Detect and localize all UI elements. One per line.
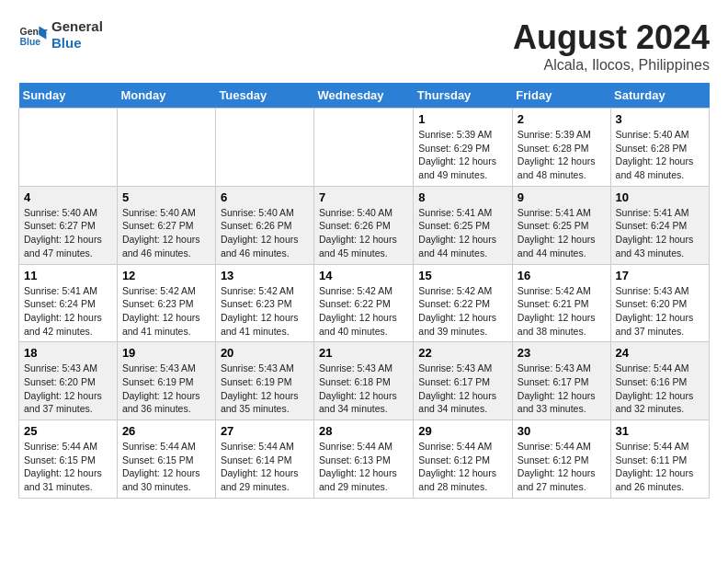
day-info: Sunrise: 5:42 AM Sunset: 6:23 PM Dayligh… xyxy=(221,285,299,337)
calendar-cell: 15Sunrise: 5:42 AM Sunset: 6:22 PM Dayli… xyxy=(414,264,513,342)
day-info: Sunrise: 5:44 AM Sunset: 6:14 PM Dayligh… xyxy=(221,441,299,492)
day-number: 12 xyxy=(122,269,210,282)
day-info: Sunrise: 5:43 AM Sunset: 6:17 PM Dayligh… xyxy=(418,362,496,414)
logo: General Blue General Blue xyxy=(18,18,103,52)
calendar-cell: 17Sunrise: 5:43 AM Sunset: 6:20 PM Dayli… xyxy=(610,264,709,342)
calendar-cell: 18Sunrise: 5:43 AM Sunset: 6:20 PM Dayli… xyxy=(19,342,118,420)
calendar-cell: 7Sunrise: 5:40 AM Sunset: 6:26 PM Daylig… xyxy=(314,186,414,264)
svg-text:Blue: Blue xyxy=(20,37,41,47)
calendar-cell: 14Sunrise: 5:42 AM Sunset: 6:22 PM Dayli… xyxy=(314,264,414,342)
calendar-cell: 11Sunrise: 5:41 AM Sunset: 6:24 PM Dayli… xyxy=(19,264,118,342)
day-number: 13 xyxy=(221,269,309,282)
day-number: 23 xyxy=(518,346,606,360)
day-info: Sunrise: 5:43 AM Sunset: 6:17 PM Dayligh… xyxy=(518,362,596,414)
calendar-cell: 25Sunrise: 5:44 AM Sunset: 6:15 PM Dayli… xyxy=(19,420,118,499)
day-info: Sunrise: 5:40 AM Sunset: 6:26 PM Dayligh… xyxy=(319,207,397,259)
calendar-cell xyxy=(117,109,215,187)
day-info: Sunrise: 5:42 AM Sunset: 6:21 PM Dayligh… xyxy=(518,285,596,337)
day-info: Sunrise: 5:41 AM Sunset: 6:25 PM Dayligh… xyxy=(418,207,496,259)
day-info: Sunrise: 5:44 AM Sunset: 6:15 PM Dayligh… xyxy=(122,441,200,492)
day-number: 14 xyxy=(319,269,408,282)
weekday-header-row: SundayMondayTuesdayWednesdayThursdayFrid… xyxy=(19,83,710,109)
calendar-cell: 26Sunrise: 5:44 AM Sunset: 6:15 PM Dayli… xyxy=(117,420,215,499)
week-row-2: 4Sunrise: 5:40 AM Sunset: 6:27 PM Daylig… xyxy=(19,186,710,264)
logo-icon: General Blue xyxy=(18,20,48,50)
day-info: Sunrise: 5:41 AM Sunset: 6:25 PM Dayligh… xyxy=(518,207,596,259)
main-title: August 2024 xyxy=(513,18,710,57)
day-info: Sunrise: 5:44 AM Sunset: 6:15 PM Dayligh… xyxy=(24,441,102,492)
calendar-cell xyxy=(314,109,414,187)
calendar-cell: 21Sunrise: 5:43 AM Sunset: 6:18 PM Dayli… xyxy=(314,342,414,420)
day-number: 2 xyxy=(518,112,606,126)
day-number: 19 xyxy=(122,346,210,360)
calendar-cell: 16Sunrise: 5:42 AM Sunset: 6:21 PM Dayli… xyxy=(512,264,610,342)
day-number: 5 xyxy=(122,190,210,204)
day-info: Sunrise: 5:40 AM Sunset: 6:27 PM Dayligh… xyxy=(122,207,200,259)
day-number: 10 xyxy=(616,190,704,204)
calendar-cell xyxy=(215,109,313,187)
calendar-cell: 6Sunrise: 5:40 AM Sunset: 6:26 PM Daylig… xyxy=(215,186,313,264)
day-info: Sunrise: 5:40 AM Sunset: 6:26 PM Dayligh… xyxy=(221,207,299,259)
sub-title: Alcala, Ilocos, Philippines xyxy=(513,57,710,74)
day-info: Sunrise: 5:44 AM Sunset: 6:13 PM Dayligh… xyxy=(319,441,397,492)
calendar-cell: 8Sunrise: 5:41 AM Sunset: 6:25 PM Daylig… xyxy=(414,186,513,264)
day-number: 9 xyxy=(518,190,606,204)
calendar-cell: 24Sunrise: 5:44 AM Sunset: 6:16 PM Dayli… xyxy=(610,342,709,420)
logo-blue-text: Blue xyxy=(51,35,103,52)
day-info: Sunrise: 5:44 AM Sunset: 6:16 PM Dayligh… xyxy=(616,362,694,414)
week-row-1: 1Sunrise: 5:39 AM Sunset: 6:29 PM Daylig… xyxy=(19,109,710,187)
header: General Blue General Blue August 2024 Al… xyxy=(18,18,710,74)
calendar-cell: 13Sunrise: 5:42 AM Sunset: 6:23 PM Dayli… xyxy=(215,264,313,342)
calendar-cell: 30Sunrise: 5:44 AM Sunset: 6:12 PM Dayli… xyxy=(512,420,610,499)
calendar-cell: 23Sunrise: 5:43 AM Sunset: 6:17 PM Dayli… xyxy=(512,342,610,420)
weekday-header-thursday: Thursday xyxy=(414,83,513,109)
calendar-cell: 19Sunrise: 5:43 AM Sunset: 6:19 PM Dayli… xyxy=(117,342,215,420)
calendar-cell: 2Sunrise: 5:39 AM Sunset: 6:28 PM Daylig… xyxy=(512,109,610,187)
day-number: 26 xyxy=(122,424,210,438)
calendar-cell: 10Sunrise: 5:41 AM Sunset: 6:24 PM Dayli… xyxy=(610,186,709,264)
day-info: Sunrise: 5:42 AM Sunset: 6:23 PM Dayligh… xyxy=(122,285,200,337)
day-info: Sunrise: 5:40 AM Sunset: 6:27 PM Dayligh… xyxy=(24,207,102,259)
calendar-cell: 3Sunrise: 5:40 AM Sunset: 6:28 PM Daylig… xyxy=(610,109,709,187)
day-number: 21 xyxy=(319,346,408,360)
calendar-cell: 20Sunrise: 5:43 AM Sunset: 6:19 PM Dayli… xyxy=(215,342,313,420)
day-info: Sunrise: 5:43 AM Sunset: 6:19 PM Dayligh… xyxy=(221,362,299,414)
calendar-cell: 27Sunrise: 5:44 AM Sunset: 6:14 PM Dayli… xyxy=(215,420,313,499)
calendar-cell: 1Sunrise: 5:39 AM Sunset: 6:29 PM Daylig… xyxy=(414,109,513,187)
calendar-table: SundayMondayTuesdayWednesdayThursdayFrid… xyxy=(18,83,710,499)
day-info: Sunrise: 5:42 AM Sunset: 6:22 PM Dayligh… xyxy=(418,285,496,337)
weekday-header-tuesday: Tuesday xyxy=(215,83,313,109)
day-number: 1 xyxy=(418,112,507,126)
weekday-header-saturday: Saturday xyxy=(610,83,709,109)
weekday-header-monday: Monday xyxy=(117,83,215,109)
day-number: 6 xyxy=(221,190,309,204)
day-number: 11 xyxy=(24,269,112,282)
calendar-cell: 22Sunrise: 5:43 AM Sunset: 6:17 PM Dayli… xyxy=(414,342,513,420)
calendar-cell: 31Sunrise: 5:44 AM Sunset: 6:11 PM Dayli… xyxy=(610,420,709,499)
day-number: 16 xyxy=(518,269,606,282)
weekday-header-wednesday: Wednesday xyxy=(314,83,414,109)
calendar-cell: 29Sunrise: 5:44 AM Sunset: 6:12 PM Dayli… xyxy=(414,420,513,499)
day-number: 29 xyxy=(418,424,507,438)
day-number: 18 xyxy=(24,346,112,360)
day-info: Sunrise: 5:41 AM Sunset: 6:24 PM Dayligh… xyxy=(616,207,694,259)
day-info: Sunrise: 5:44 AM Sunset: 6:12 PM Dayligh… xyxy=(518,441,596,492)
calendar-cell xyxy=(19,109,118,187)
day-number: 8 xyxy=(418,190,507,204)
calendar-cell: 4Sunrise: 5:40 AM Sunset: 6:27 PM Daylig… xyxy=(19,186,118,264)
day-number: 27 xyxy=(221,424,309,438)
day-info: Sunrise: 5:42 AM Sunset: 6:22 PM Dayligh… xyxy=(319,285,397,337)
day-number: 31 xyxy=(616,424,704,438)
day-info: Sunrise: 5:39 AM Sunset: 6:29 PM Dayligh… xyxy=(418,129,496,180)
week-row-3: 11Sunrise: 5:41 AM Sunset: 6:24 PM Dayli… xyxy=(19,264,710,342)
calendar-cell: 12Sunrise: 5:42 AM Sunset: 6:23 PM Dayli… xyxy=(117,264,215,342)
day-info: Sunrise: 5:43 AM Sunset: 6:18 PM Dayligh… xyxy=(319,362,397,414)
title-area: August 2024 Alcala, Ilocos, Philippines xyxy=(513,18,710,74)
day-info: Sunrise: 5:44 AM Sunset: 6:11 PM Dayligh… xyxy=(616,441,694,492)
day-number: 17 xyxy=(616,269,704,282)
day-number: 3 xyxy=(616,112,704,126)
day-info: Sunrise: 5:43 AM Sunset: 6:19 PM Dayligh… xyxy=(122,362,200,414)
day-number: 4 xyxy=(24,190,112,204)
day-number: 25 xyxy=(24,424,112,438)
day-number: 22 xyxy=(418,346,507,360)
